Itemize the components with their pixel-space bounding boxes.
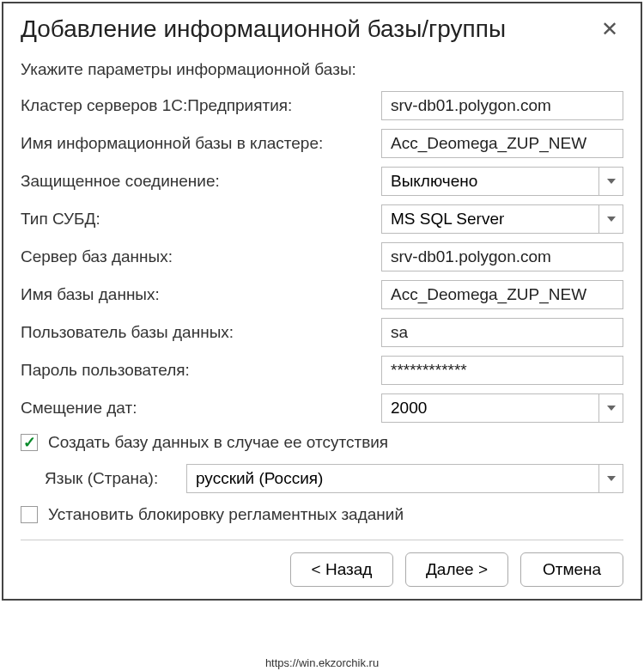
source-url: https://win.ekzorchik.ru [265, 656, 379, 669]
row-date-offset: Смещение дат: 2000 [21, 393, 623, 423]
label-dbms: Тип СУБД: [21, 210, 381, 229]
label-lock-jobs: Установить блокировку регламентных задан… [48, 505, 404, 524]
chevron-down-icon[interactable] [599, 204, 623, 234]
row-db-name: Имя базы данных: [21, 280, 623, 309]
row-lock-jobs: Установить блокировку регламентных задан… [21, 505, 623, 524]
input-db-name[interactable] [381, 280, 623, 309]
chevron-down-icon[interactable] [599, 393, 623, 423]
dialog-title: Добавление информационной базы/группы [21, 15, 506, 43]
subtitle: Укажите параметры информационной базы: [21, 60, 623, 79]
input-db-user[interactable] [381, 318, 623, 347]
dialog-window: Добавление информационной базы/группы ✕ … [2, 2, 642, 601]
select-secure-value: Выключено [381, 167, 599, 196]
input-cluster[interactable] [381, 91, 623, 120]
select-language[interactable]: русский (Россия) [186, 464, 623, 493]
chevron-down-icon[interactable] [599, 167, 623, 196]
chevron-down-icon[interactable] [599, 464, 623, 493]
label-language: Язык (Страна): [45, 469, 186, 488]
row-db-pass: Пароль пользователя: [21, 356, 623, 385]
input-db-pass[interactable] [381, 356, 623, 385]
next-button[interactable]: Далее > [405, 552, 508, 587]
row-cluster: Кластер серверов 1С:Предприятия: [21, 91, 623, 120]
label-db-name: Имя базы данных: [21, 285, 381, 304]
row-dbms: Тип СУБД: MS SQL Server [21, 204, 623, 234]
checkbox-create-db[interactable]: ✓ [21, 434, 38, 451]
label-create-db: Создать базу данных в случае ее отсутств… [48, 433, 388, 452]
titlebar: Добавление информационной базы/группы ✕ [3, 3, 641, 52]
button-bar: < Назад Далее > Отмена [21, 552, 623, 587]
row-db-server: Сервер баз данных: [21, 242, 623, 271]
select-dbms[interactable]: MS SQL Server [381, 204, 623, 234]
check-icon: ✓ [23, 435, 36, 450]
divider [21, 540, 623, 540]
input-db-server[interactable] [381, 242, 623, 271]
label-cluster: Кластер серверов 1С:Предприятия: [21, 96, 381, 115]
cancel-button[interactable]: Отмена [520, 552, 623, 587]
back-button[interactable]: < Назад [290, 552, 393, 587]
close-icon[interactable]: ✕ [596, 17, 623, 41]
row-create-db: ✓ Создать базу данных в случае ее отсутс… [21, 433, 623, 452]
select-dbms-value: MS SQL Server [381, 204, 599, 234]
dialog-content: Укажите параметры информационной базы: К… [3, 52, 641, 599]
select-date-offset[interactable]: 2000 [381, 393, 623, 423]
row-ib-name: Имя информационной базы в кластере: [21, 129, 623, 158]
label-db-user: Пользователь базы данных: [21, 323, 381, 342]
checkbox-lock-jobs[interactable] [21, 506, 38, 523]
label-secure: Защищенное соединение: [21, 172, 381, 191]
label-ib-name: Имя информационной базы в кластере: [21, 134, 381, 153]
label-db-server: Сервер баз данных: [21, 247, 381, 266]
label-date-offset: Смещение дат: [21, 399, 381, 418]
input-ib-name[interactable] [381, 129, 623, 158]
row-secure: Защищенное соединение: Выключено [21, 167, 623, 196]
select-language-value: русский (Россия) [186, 464, 599, 493]
select-date-offset-value: 2000 [381, 393, 599, 423]
select-secure[interactable]: Выключено [381, 167, 623, 196]
row-db-user: Пользователь базы данных: [21, 318, 623, 347]
row-language: Язык (Страна): русский (Россия) [21, 464, 623, 493]
label-db-pass: Пароль пользователя: [21, 361, 381, 380]
